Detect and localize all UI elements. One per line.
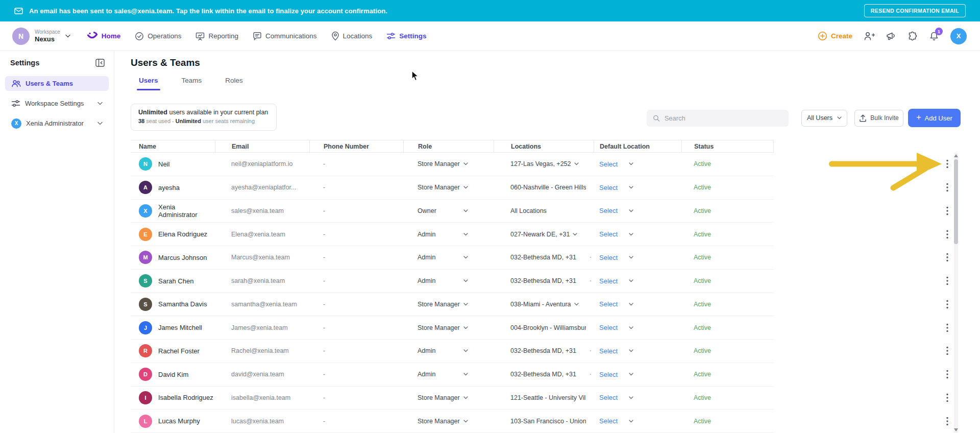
select-link[interactable]: Select bbox=[599, 184, 618, 191]
plan-line1: Unlimited users available in your curren… bbox=[138, 109, 269, 116]
select-link[interactable]: Select bbox=[599, 160, 618, 168]
nav-item-home[interactable]: Home bbox=[87, 32, 121, 40]
megaphone-icon bbox=[886, 31, 896, 41]
row-actions-button[interactable] bbox=[944, 415, 950, 427]
search-input[interactable] bbox=[665, 114, 782, 122]
role-dropdown[interactable]: Store Manager bbox=[403, 153, 494, 176]
invite-user-button[interactable] bbox=[864, 31, 875, 41]
role-dropdown[interactable]: Admin bbox=[403, 270, 494, 293]
user-avatar[interactable]: X bbox=[950, 28, 967, 44]
scroll-down-arrow[interactable] bbox=[954, 428, 958, 431]
add-user-button[interactable]: + Add User bbox=[908, 109, 961, 127]
sidebar-item-users-teams[interactable]: Users & Teams bbox=[5, 76, 109, 91]
nav-item-locations[interactable]: Locations bbox=[331, 31, 373, 41]
row-actions-button[interactable] bbox=[944, 204, 950, 217]
tab-roles[interactable]: Roles bbox=[225, 77, 243, 90]
table-row: JJames MitchellJames@xenia.team-Store Ma… bbox=[131, 316, 774, 340]
default-location-select[interactable]: Select bbox=[594, 153, 681, 176]
row-actions-button[interactable] bbox=[944, 275, 950, 287]
role-dropdown[interactable]: Owner bbox=[403, 200, 494, 223]
locations-cell[interactable]: 027-Newark DE, +31 bbox=[494, 223, 594, 246]
nav-item-reporting[interactable]: Reporting bbox=[195, 32, 238, 41]
role-dropdown[interactable]: Store Manager bbox=[403, 410, 494, 432]
top-navigation: N Workspace Nexus Home Operations Report… bbox=[0, 21, 980, 51]
locations-cell[interactable]: 032-Bethesda MD, +31· bbox=[494, 363, 594, 386]
role-dropdown[interactable]: Store Manager bbox=[403, 293, 494, 316]
locations-cell[interactable]: 032-Bethesda MD, +31· bbox=[494, 246, 594, 269]
resend-confirmation-button[interactable]: RESEND CONFIRMATION EMAIL bbox=[864, 4, 966, 17]
integrations-button[interactable] bbox=[908, 31, 918, 41]
select-link[interactable]: Select bbox=[599, 254, 618, 261]
locations-cell[interactable]: All Locations bbox=[494, 200, 594, 223]
default-location-select[interactable]: Select bbox=[594, 316, 681, 339]
row-actions-button[interactable] bbox=[944, 368, 950, 381]
default-location-select[interactable]: Select bbox=[594, 200, 681, 223]
scroll-up-arrow[interactable] bbox=[954, 154, 958, 157]
location-value: 004-Brooklyn - Williamsbur bbox=[510, 324, 586, 331]
tab-teams[interactable]: Teams bbox=[182, 77, 202, 90]
sidebar-item-xenia-administrator[interactable]: X Xenia Administrator bbox=[5, 116, 109, 131]
select-link[interactable]: Select bbox=[599, 347, 618, 355]
nav-item-operations[interactable]: Operations bbox=[135, 32, 181, 41]
default-location-select[interactable]: Select bbox=[594, 246, 681, 269]
locations-cell[interactable]: 060-Nashville - Green Hills, bbox=[494, 176, 594, 199]
table-row: RRachel FosterRachel@xenia.team-Admin032… bbox=[131, 340, 774, 363]
locations-cell[interactable]: 038-Miami - Aventura bbox=[494, 293, 594, 316]
row-actions-button[interactable] bbox=[944, 391, 950, 404]
chevron-down-icon bbox=[463, 186, 468, 189]
tab-users[interactable]: Users bbox=[139, 77, 158, 90]
user-name: David Kim bbox=[158, 371, 188, 378]
workspace-selector[interactable]: N Workspace Nexus bbox=[12, 28, 70, 45]
user-avatar: E bbox=[139, 228, 152, 241]
scrollbar-thumb[interactable] bbox=[954, 159, 958, 244]
nav-item-communications[interactable]: Communications bbox=[253, 32, 317, 41]
default-location-select[interactable]: Select bbox=[594, 270, 681, 293]
nav-item-settings[interactable]: Settings bbox=[386, 32, 426, 40]
sidebar-item-workspace-settings[interactable]: Workspace Settings bbox=[5, 96, 109, 111]
search-box[interactable] bbox=[647, 110, 789, 127]
row-actions-button[interactable] bbox=[944, 298, 950, 310]
locations-cell[interactable]: 103-San Francisco - Union S bbox=[494, 410, 594, 432]
default-location-select[interactable]: Select bbox=[594, 293, 681, 316]
select-link[interactable]: Select bbox=[599, 207, 618, 214]
locations-cell[interactable]: 121-Seattle - University Villa bbox=[494, 387, 594, 410]
default-location-select[interactable]: Select bbox=[594, 387, 681, 410]
select-link[interactable]: Select bbox=[599, 324, 618, 331]
select-link[interactable]: Select bbox=[599, 371, 618, 378]
default-location-select[interactable]: Select bbox=[594, 223, 681, 246]
role-dropdown[interactable]: Admin bbox=[403, 246, 494, 269]
row-actions-button[interactable] bbox=[944, 158, 950, 171]
user-name-cell: RRachel Foster bbox=[131, 340, 215, 363]
locations-cell[interactable]: 032-Bethesda MD, +31· bbox=[494, 340, 594, 363]
locations-cell[interactable]: 127-Las Vegas, +252 bbox=[494, 153, 594, 176]
select-link[interactable]: Select bbox=[599, 417, 618, 425]
role-dropdown[interactable]: Admin bbox=[403, 223, 494, 246]
select-link[interactable]: Select bbox=[599, 300, 618, 308]
create-button[interactable]: Create bbox=[818, 31, 852, 41]
user-name-cell: SSarah Chen bbox=[131, 270, 215, 293]
user-filter-dropdown[interactable]: All Users bbox=[801, 110, 847, 127]
default-location-select[interactable]: Select bbox=[594, 176, 681, 199]
select-link[interactable]: Select bbox=[599, 277, 618, 285]
locations-cell[interactable]: 032-Bethesda MD, +31· bbox=[494, 270, 594, 293]
role-dropdown[interactable]: Admin bbox=[403, 363, 494, 386]
row-actions-button[interactable] bbox=[944, 321, 950, 334]
default-location-select[interactable]: Select bbox=[594, 363, 681, 386]
locations-cell[interactable]: 004-Brooklyn - Williamsbur bbox=[494, 316, 594, 339]
row-actions-button[interactable] bbox=[944, 228, 950, 240]
row-actions-button[interactable] bbox=[944, 251, 950, 264]
default-location-select[interactable]: Select bbox=[594, 410, 681, 432]
default-location-select[interactable]: Select bbox=[594, 340, 681, 363]
collapse-sidebar-button[interactable] bbox=[95, 59, 105, 67]
announcements-button[interactable] bbox=[886, 31, 896, 41]
notifications-button[interactable]: 1 bbox=[929, 31, 939, 41]
role-dropdown[interactable]: Store Manager bbox=[403, 176, 494, 199]
row-actions-button[interactable] bbox=[944, 181, 950, 194]
role-dropdown[interactable]: Store Manager bbox=[403, 387, 494, 410]
row-actions-button[interactable] bbox=[944, 345, 950, 357]
bulk-invite-button[interactable]: Bulk Invite bbox=[854, 110, 903, 127]
role-dropdown[interactable]: Admin bbox=[403, 340, 494, 363]
select-link[interactable]: Select bbox=[599, 230, 618, 238]
select-link[interactable]: Select bbox=[599, 394, 618, 401]
role-dropdown[interactable]: Store Manager bbox=[403, 316, 494, 339]
